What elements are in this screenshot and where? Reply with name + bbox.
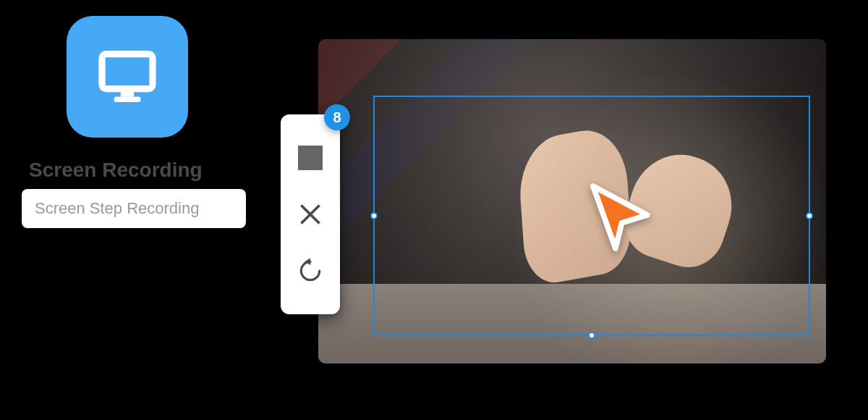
restart-button[interactable] (290, 251, 331, 291)
label-stack: Screen Recording Screen Step Recording (22, 156, 260, 228)
screen-step-recording-label: Screen Step Recording (22, 189, 246, 228)
stop-button[interactable] (290, 138, 331, 178)
cancel-button[interactable] (290, 194, 331, 235)
monitor-icon (94, 43, 161, 110)
svg-rect-1 (121, 91, 134, 96)
svg-rect-0 (102, 54, 153, 89)
recording-toolbar: 8 (281, 114, 340, 314)
selection-handle-right[interactable] (806, 212, 813, 219)
selection-handle-bottom[interactable] (588, 332, 595, 339)
cursor-icon (577, 177, 657, 256)
stop-icon (298, 146, 323, 170)
close-icon (297, 201, 323, 227)
app-icon (67, 16, 188, 138)
recording-canvas[interactable] (318, 39, 826, 364)
recording-count-badge: 8 (324, 104, 350, 130)
selection-handle-left[interactable] (370, 212, 378, 219)
screen-recording-title: Screen Recording (22, 156, 210, 185)
restart-icon (297, 257, 324, 285)
svg-rect-2 (114, 97, 141, 102)
